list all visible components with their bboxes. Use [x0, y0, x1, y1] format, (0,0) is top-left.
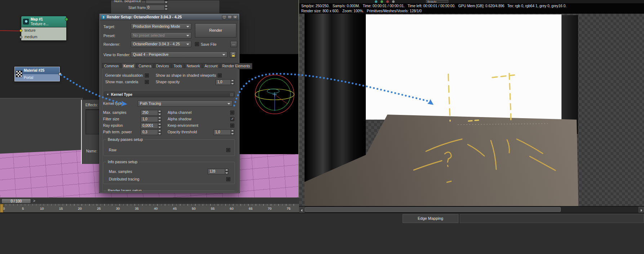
spinner-arrows[interactable] — [158, 129, 161, 135]
toolbar-icon-teal[interactable] — [375, 0, 377, 3]
max-samples-label: Max. samples — [103, 110, 126, 115]
ruler-labels: 0 5 10 15 20 25 30 35 40 45 50 55 60 65 … — [0, 206, 293, 210]
tick-label: 20 — [76, 206, 84, 210]
generate-visualisation-label: Generate visualisation — [105, 73, 143, 77]
sequence-settings-panel: Num. Sequence ... Start frame 0 — [111, 0, 220, 14]
octane-render-viewport: Beauty Smp/px: 250/250. Samp/s: 0.000M. … — [299, 0, 644, 213]
current-time-marker[interactable] — [0, 204, 3, 213]
start-frame-label: Start frame — [128, 5, 147, 10]
keep-environment-checkbox[interactable] — [230, 124, 234, 128]
lock-view-button[interactable] — [230, 52, 236, 58]
time-slider-track[interactable]: 0 / 100 > — [0, 197, 299, 204]
close-button[interactable]: × — [233, 15, 237, 19]
slot-dot-texture[interactable] — [19, 29, 22, 32]
raw-label: Raw — [109, 148, 116, 152]
distributed-tracing-checkbox[interactable] — [226, 177, 230, 181]
effects-list[interactable] — [85, 109, 100, 134]
scrollbar-thumb[interactable] — [305, 207, 561, 212]
render-result-canvas[interactable] — [299, 14, 644, 206]
scroll-left-button[interactable] — [299, 207, 305, 213]
render-pass-dropdown[interactable]: Beauty — [426, 0, 448, 3]
toolbar-icon-red[interactable] — [386, 0, 389, 3]
info-max-samples-label: Max. samples — [109, 169, 132, 174]
tick-label: 55 — [209, 206, 217, 210]
toolbar-icon-green[interactable] — [381, 0, 383, 3]
save-file-checkbox[interactable] — [195, 42, 199, 46]
node-material25[interactable]: Material #25 Portal — [14, 67, 60, 81]
slot-label: medium — [25, 35, 37, 39]
spinner-arrows[interactable] — [231, 129, 234, 135]
render-setup-dialog: 3 Render Setup: OctaneRender 3.04.3 - 4.… — [99, 14, 239, 193]
dialog-titlebar[interactable]: 3 Render Setup: OctaneRender 3.04.3 - 4.… — [100, 14, 239, 20]
scroll-right-button[interactable] — [639, 207, 644, 213]
target-dropdown[interactable]: Production Rendering Mode — [131, 23, 191, 30]
generate-visualisation-checkbox[interactable] — [145, 73, 149, 77]
output-socket[interactable] — [58, 72, 62, 76]
maximize-button[interactable]: □ — [227, 15, 232, 19]
tick-label: 15 — [57, 206, 65, 210]
render-button[interactable]: Render — [195, 23, 236, 37]
painted-yellow-strokes — [299, 14, 644, 206]
start-frame-spinner[interactable]: 0 — [146, 5, 168, 10]
preset-dropdown[interactable]: No preset selected — [131, 32, 191, 39]
info-max-samples-spinner[interactable]: 128 — [208, 169, 228, 174]
name-label: Name: — [86, 149, 97, 153]
opacity-threshold-spinner[interactable]: 1,0 — [213, 129, 234, 135]
opacity-threshold-label: Opacity threshold — [168, 130, 197, 134]
node-map1[interactable]: Map #1 Texture e... texture medium — [21, 16, 67, 41]
time-slider-handle[interactable]: 0 / 100 — [1, 199, 31, 204]
path-term-power-spinner[interactable]: 0,3 — [141, 129, 161, 135]
slot-dot-medium[interactable] — [19, 36, 22, 39]
spinner-arrows[interactable] — [158, 123, 161, 129]
filter-size-spinner[interactable]: 1,0 — [141, 116, 161, 122]
show-max-candela-label: Show max. candela — [105, 80, 138, 84]
view-to-render-dropdown[interactable]: Quad 4 - Perspective — [131, 52, 227, 58]
num-sequence-spinner[interactable] — [146, 0, 168, 4]
show-as-shape-checkbox[interactable] — [218, 73, 222, 77]
octane-toolbar: Beauty — [299, 0, 644, 3]
ray-epsilon-spinner[interactable]: 0,0001 — [141, 123, 161, 129]
minimize-button[interactable]: _ — [222, 15, 227, 19]
alpha-channel-checkbox[interactable] — [230, 111, 234, 115]
node-map1-header[interactable]: Map #1 Texture e... — [21, 16, 66, 27]
spinner-arrows[interactable] — [158, 110, 161, 116]
raw-checkbox[interactable] — [226, 148, 230, 152]
kernel-type-rollout-header[interactable]: ▼Kernel Type — [104, 92, 235, 97]
node-slot-medium[interactable]: medium — [21, 34, 66, 40]
spinner-arrows[interactable] — [231, 79, 234, 85]
tick-label: 10 — [38, 206, 46, 210]
show-max-candela-checkbox[interactable] — [145, 80, 149, 84]
node-slot-texture[interactable]: texture — [21, 27, 66, 34]
effects-label: Effects: — [85, 103, 98, 107]
kernel-type-dropdown[interactable]: Path Tracing — [138, 101, 232, 107]
material-preview-icon — [16, 71, 22, 77]
edge-mapping-panel[interactable]: Edge Mapping — [403, 214, 458, 223]
spinner-arrows[interactable] — [158, 116, 161, 122]
node-subtitle: Texture e... — [31, 22, 48, 26]
tick-label: 40 — [152, 206, 160, 210]
node-title: Map #1 — [31, 17, 43, 21]
distributed-tracing-label: Distributed tracing — [109, 177, 139, 181]
alpha-shadow-checkbox[interactable] — [230, 117, 234, 121]
tick-label: 5 — [19, 206, 27, 210]
next-frame-button[interactable]: > — [33, 199, 35, 204]
renderer-dropdown[interactable]: OctaneRender 3.04.3 - 4.25 — [131, 41, 191, 47]
kernel-type-label: Kernel type — [103, 101, 122, 106]
horizontal-scrollbar[interactable] — [299, 206, 644, 213]
target-label: Target: — [103, 24, 115, 29]
drag-handle-icon — [230, 93, 233, 96]
shape-opacity-spinner[interactable]: 1,0 — [216, 79, 234, 85]
spinner-arrows[interactable] — [225, 169, 228, 174]
save-file-browse-button[interactable]: ... — [230, 41, 237, 47]
output-socket[interactable] — [65, 18, 68, 21]
spinner-arrows[interactable] — [164, 5, 168, 10]
tick-label: 65 — [247, 206, 255, 210]
track-bar-ruler[interactable]: 0 5 10 15 20 25 30 35 40 45 50 55 60 65 … — [0, 204, 299, 213]
toolbar-icon-gray[interactable] — [392, 0, 395, 3]
preset-label: Preset: — [103, 34, 115, 38]
tick-label: 70 — [266, 206, 274, 210]
max-samples-spinner[interactable]: 250 — [141, 110, 161, 116]
beauty-passes-group: Beauty passes setup — [103, 139, 235, 156]
renderer-label: Renderer: — [103, 42, 120, 46]
spinner-arrows[interactable] — [164, 0, 168, 4]
